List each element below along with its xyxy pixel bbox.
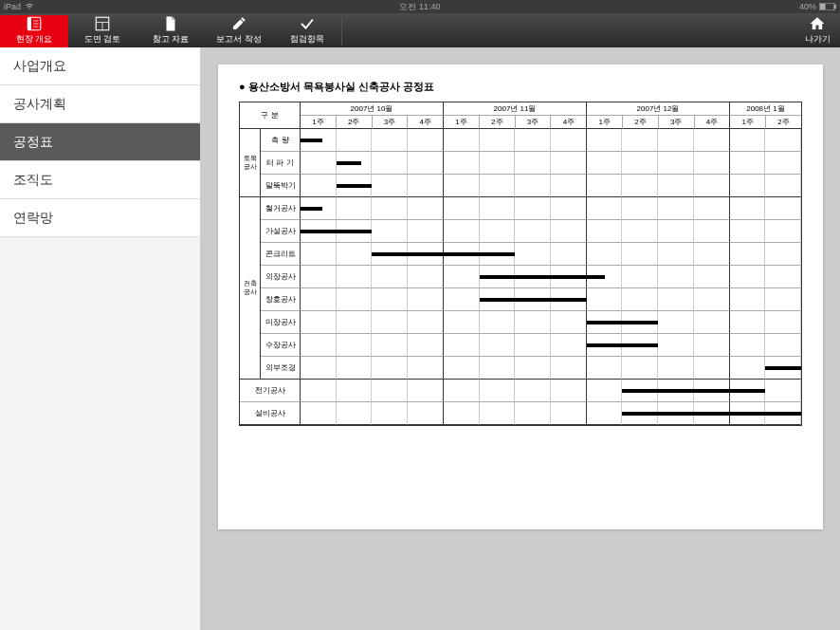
gantt-cell <box>730 152 766 175</box>
toolbar-item-overview[interactable]: 현장 개요 <box>0 15 68 47</box>
gantt-row: 측 량 <box>261 129 801 152</box>
gantt-cell <box>480 311 516 334</box>
gantt-cell <box>765 175 801 197</box>
gantt-bar <box>301 207 322 211</box>
toolbar-label: 점검항목 <box>290 33 324 46</box>
gantt-week-header: 1주 <box>587 116 623 129</box>
sidebar-item-label: 조직도 <box>13 172 53 189</box>
gantt-week-header: 1주 <box>444 116 480 129</box>
document: 용산소방서 목욕봉사실 신축공사 공정표 구 분2007년 10월2007년 1… <box>218 65 823 529</box>
wifi-icon <box>25 3 34 10</box>
exit-button[interactable]: 나가기 <box>794 15 840 47</box>
gantt-cell <box>301 311 337 334</box>
gantt-cell <box>408 311 444 334</box>
gantt-cell <box>337 402 373 425</box>
sidebar-item-contacts[interactable]: 연락망 <box>0 199 200 237</box>
gantt-cell <box>587 380 623 402</box>
gantt-cell <box>551 152 587 175</box>
gantt-cell <box>480 220 516 243</box>
gantt-cell <box>765 311 801 334</box>
sidebar-item-construction-plan[interactable]: 공사계획 <box>0 85 200 123</box>
battery-icon <box>819 3 836 10</box>
device-label: iPad <box>4 2 21 11</box>
gantt-cell <box>765 288 801 311</box>
gantt-cell <box>372 175 408 197</box>
gantt-cell <box>515 380 551 402</box>
status-bar: iPad 오전 11:40 40% <box>0 0 840 13</box>
gantt-row: 미장공사 <box>261 311 801 334</box>
status-time: 오전 11:40 <box>399 1 440 13</box>
sidebar: 사업개요공사계획공정표조직도연락망 <box>0 47 201 630</box>
gantt-cell <box>444 311 480 334</box>
gantt-cell <box>730 197 766 220</box>
gantt-task-label: 전기공사 <box>240 380 301 402</box>
gantt-task-label: 말뚝박기 <box>261 175 301 197</box>
toolbar-item-drawings[interactable]: 도면 검토 <box>68 15 137 47</box>
gantt-cell <box>372 266 408 288</box>
gantt-cell <box>337 357 373 380</box>
gantt-cell <box>301 243 337 266</box>
gantt-bar <box>337 184 373 188</box>
gantt-cell <box>301 334 337 357</box>
gantt-cell <box>694 288 730 311</box>
gantt-cell <box>372 311 408 334</box>
gantt-corner: 구 분 <box>240 102 301 129</box>
gantt-cell <box>694 243 730 266</box>
gantt-cell <box>551 311 587 334</box>
gantt-cell <box>658 175 694 197</box>
gantt-row: 철거공사 <box>261 197 801 220</box>
gantt-cell <box>515 311 551 334</box>
gantt-week-header: 2주 <box>766 116 801 129</box>
gantt-cell <box>301 402 337 425</box>
gantt-cell <box>480 197 516 220</box>
sidebar-item-business-overview[interactable]: 사업개요 <box>0 47 200 85</box>
gantt-cell <box>694 129 730 152</box>
gantt-cell <box>337 334 373 357</box>
gantt-cell <box>515 220 551 243</box>
gantt-cell <box>444 334 480 357</box>
gantt-cell <box>694 311 730 334</box>
gantt-cell <box>444 129 480 152</box>
sidebar-item-schedule[interactable]: 공정표 <box>0 123 200 161</box>
gantt-cell <box>444 220 480 243</box>
gantt-cell <box>372 220 408 243</box>
gantt-week-header: 2주 <box>480 116 516 129</box>
gantt-month-header: 2007년 11월 <box>444 102 587 116</box>
gantt-week-header: 4주 <box>695 116 731 129</box>
gantt-cell <box>730 220 766 243</box>
toolbar-item-report[interactable]: 보고서 작성 <box>205 15 273 47</box>
sidebar-item-label: 연락망 <box>13 210 53 227</box>
gantt-month-header: 2008년 1월 <box>730 102 801 116</box>
gantt-cell <box>765 334 801 357</box>
gantt-cell <box>372 197 408 220</box>
gantt-bar <box>301 230 372 233</box>
gantt-cell <box>622 129 658 152</box>
gantt-cell <box>301 152 337 175</box>
gantt-cell <box>551 380 587 402</box>
document-title: 용산소방서 목욕봉사실 신축공사 공정표 <box>239 80 802 94</box>
gantt-cell <box>622 243 658 266</box>
gantt-cell <box>765 152 801 175</box>
gantt-cell <box>551 243 587 266</box>
gantt-cell <box>408 220 444 243</box>
gantt-week-header: 2주 <box>337 116 373 129</box>
gantt-cell <box>658 288 694 311</box>
toolbar-item-reference[interactable]: 참고 자료 <box>137 15 205 47</box>
gantt-cell <box>658 197 694 220</box>
gantt-cell <box>444 266 480 288</box>
gantt-cell <box>372 288 408 311</box>
gantt-cell <box>408 266 444 288</box>
toolbar-item-checklist[interactable]: 점검항목 <box>273 15 341 47</box>
sidebar-item-org-chart[interactable]: 조직도 <box>0 161 200 199</box>
gantt-cell <box>730 175 766 197</box>
gantt-cell <box>622 288 658 311</box>
gantt-cell <box>515 129 551 152</box>
gantt-bar <box>622 389 765 393</box>
gantt-cell <box>765 380 801 402</box>
gantt-cell <box>730 334 766 357</box>
toolbar-label: 도면 검토 <box>84 33 121 46</box>
gantt-bar <box>480 275 605 279</box>
gantt-cell <box>622 197 658 220</box>
report-icon <box>228 15 249 32</box>
toolbar-label: 보고서 작성 <box>216 33 262 46</box>
